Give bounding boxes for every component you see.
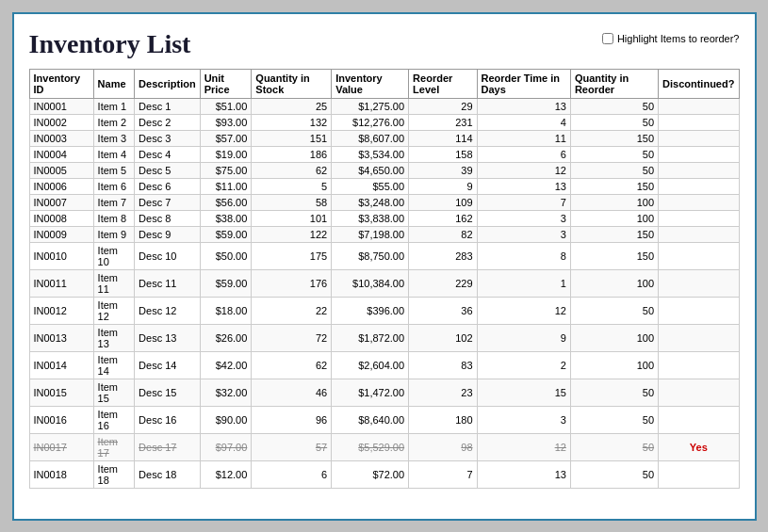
table-row: IN0002Item 2Desc 2$93.00132$12,276.00231… (29, 114, 739, 130)
table-cell: $42.00 (200, 351, 252, 379)
table-cell: IN0001 (29, 98, 93, 114)
table-cell (659, 406, 739, 433)
table-row: IN0004Item 4Desc 4$19.00186$3,534.001586… (29, 146, 739, 162)
table-cell (659, 194, 739, 210)
table-cell: 132 (252, 114, 332, 130)
highlight-control: Highlight Items to reorder? (602, 33, 740, 44)
table-cell: Item 9 (93, 226, 135, 242)
table-cell: $19.00 (200, 146, 252, 162)
table-row: IN0013Item 13Desc 13$26.0072$1,872.00102… (29, 324, 739, 351)
table-cell: IN0016 (29, 406, 93, 433)
table-cell: 13 (477, 178, 570, 194)
table-cell: $18.00 (200, 297, 252, 324)
col-header-unit-price: Unit Price (200, 69, 252, 98)
table-cell: 186 (252, 146, 332, 162)
table-cell: IN0013 (29, 324, 93, 351)
table-cell: 151 (252, 130, 332, 146)
table-cell: Desc 7 (135, 194, 201, 210)
table-cell: $3,248.00 (332, 194, 409, 210)
table-cell: Item 15 (93, 379, 135, 406)
table-cell: $26.00 (200, 324, 252, 351)
table-cell: 3 (477, 226, 570, 242)
table-cell: $75.00 (200, 162, 252, 178)
col-header-reorder-level: Reorder Level (409, 69, 477, 98)
table-cell (659, 351, 739, 379)
table-cell (659, 297, 739, 324)
table-cell: $8,640.00 (332, 406, 409, 433)
table-cell: 231 (409, 114, 477, 130)
table-cell: 50 (570, 406, 658, 433)
table-cell: 100 (570, 194, 658, 210)
table-cell: 3 (477, 406, 570, 433)
table-cell: 50 (570, 379, 658, 406)
col-header-name: Name (93, 69, 135, 98)
table-cell: Desc 4 (135, 146, 201, 162)
table-cell: 150 (570, 242, 658, 269)
table-cell: 50 (570, 98, 658, 114)
table-cell: 6 (477, 146, 570, 162)
table-row: IN0009Item 9Desc 9$59.00122$7,198.008231… (29, 226, 739, 242)
table-cell: $396.00 (332, 297, 409, 324)
table-row: IN0003Item 3Desc 3$57.00151$8,607.001141… (29, 130, 739, 146)
table-row: IN0016Item 16Desc 16$90.0096$8,640.00180… (29, 406, 739, 433)
table-cell: Item 11 (93, 269, 135, 297)
table-row: IN0001Item 1Desc 1$51.0025$1,275.0029135… (29, 98, 739, 114)
table-cell: $4,650.00 (332, 162, 409, 178)
table-cell: 158 (409, 146, 477, 162)
table-cell: Desc 2 (135, 114, 201, 130)
table-cell: 2 (477, 351, 570, 379)
table-cell: 50 (570, 433, 658, 460)
table-cell: Yes (659, 433, 739, 460)
table-cell: 1 (477, 269, 570, 297)
table-cell: $90.00 (200, 406, 252, 433)
table-cell: 162 (409, 210, 477, 226)
table-cell (659, 130, 739, 146)
table-cell: 82 (409, 226, 477, 242)
table-cell: $56.00 (200, 194, 252, 210)
table-row: IN0014Item 14Desc 14$42.0062$2,604.00832… (29, 351, 739, 379)
table-cell: 229 (409, 269, 477, 297)
table-cell: 15 (477, 379, 570, 406)
table-cell: $8,607.00 (332, 130, 409, 146)
table-cell: 100 (570, 269, 658, 297)
table-row: IN0011Item 11Desc 11$59.00176$10,384.002… (29, 269, 739, 297)
table-cell: 23 (409, 379, 477, 406)
table-cell: $51.00 (200, 98, 252, 114)
table-cell: Item 4 (93, 146, 135, 162)
table-cell: 5 (252, 178, 332, 194)
table-cell (659, 98, 739, 114)
table-row: IN0005Item 5Desc 5$75.0062$4,650.0039125… (29, 162, 739, 178)
table-cell: Desc 16 (135, 406, 201, 433)
table-cell: $11.00 (200, 178, 252, 194)
table-cell: 175 (252, 242, 332, 269)
table-cell: $5,529.00 (332, 433, 409, 460)
table-cell: 50 (570, 114, 658, 130)
table-cell: $8,750.00 (332, 242, 409, 269)
table-cell: Item 5 (93, 162, 135, 178)
col-header-id: Inventory ID (29, 69, 93, 98)
table-cell: Item 10 (93, 242, 135, 269)
table-cell: $1,472.00 (332, 379, 409, 406)
table-cell: Item 2 (93, 114, 135, 130)
table-cell: Desc 10 (135, 242, 201, 269)
highlight-label: Highlight Items to reorder? (617, 33, 740, 44)
table-cell: $50.00 (200, 242, 252, 269)
table-cell: Desc 13 (135, 324, 201, 351)
table-cell (659, 162, 739, 178)
table-cell: Item 16 (93, 406, 135, 433)
table-cell: $59.00 (200, 269, 252, 297)
table-cell: 100 (570, 210, 658, 226)
table-cell: Desc 14 (135, 351, 201, 379)
table-cell: 57 (252, 433, 332, 460)
table-cell: 150 (570, 226, 658, 242)
table-cell: 101 (252, 210, 332, 226)
table-cell: Desc 1 (135, 98, 201, 114)
highlight-checkbox[interactable] (602, 33, 613, 44)
table-row: IN0017Item 17Desc 17$97.0057$5,529.00981… (29, 433, 739, 460)
table-cell: $32.00 (200, 379, 252, 406)
table-cell: Item 6 (93, 178, 135, 194)
table-cell: Item 8 (93, 210, 135, 226)
inventory-table: Inventory ID Name Description Unit Price… (29, 69, 740, 489)
table-cell: 50 (570, 297, 658, 324)
col-header-qty-reorder: Quantity in Reorder (570, 69, 658, 98)
